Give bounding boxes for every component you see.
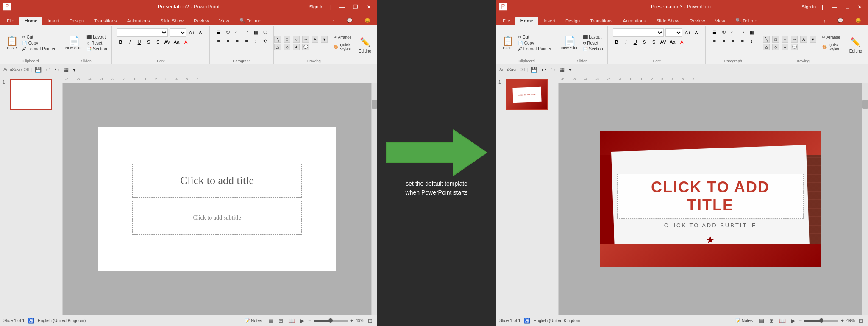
left-tab-review[interactable]: Review [189,17,214,25]
right-redo-button[interactable]: ↪ [549,66,556,74]
shape-star[interactable]: ★ [293,44,300,50]
left-fit-window-button[interactable]: ⊡ [367,317,374,324]
left-thumbnail-box-1[interactable]: — [10,79,52,110]
right-shape-triangle[interactable]: △ [763,44,770,50]
left-italic-button[interactable]: I [126,38,134,46]
left-tab-file[interactable]: File [2,17,19,25]
right-zoom-out-button[interactable]: − [799,318,802,324]
left-tab-animations[interactable]: Animations [122,17,155,25]
right-shape-line[interactable]: ╲ [763,36,770,43]
right-font-family-select[interactable] [613,28,664,37]
right-numbering-button[interactable]: ① [720,28,728,36]
left-font-family-select[interactable] [117,28,168,37]
right-linespacing-button[interactable]: ↕ [748,37,756,45]
left-charspacing-button[interactable]: AV [164,38,171,46]
right-copy-button[interactable]: 📄 Copy [516,40,553,46]
left-tab-design[interactable]: Design [64,17,89,25]
right-notes-button[interactable]: 📝 Notes [733,318,755,324]
left-minimize-button[interactable]: — [337,3,347,11]
right-tab-file[interactable]: File [498,17,515,25]
right-columns-button[interactable]: ▦ [748,28,756,36]
left-emoji-icon[interactable]: 😊 [359,16,376,25]
left-decrease-font-button[interactable]: A- [198,29,205,36]
right-reading-view-button[interactable]: 📖 [778,317,787,324]
right-indent-increase-button[interactable]: ⇒ [739,28,746,36]
left-arrange-button[interactable]: ⧉Arrange [332,33,353,41]
left-columns-button[interactable]: ▦ [252,28,260,36]
left-zoom-handle[interactable] [328,318,333,323]
left-indent-decrease-button[interactable]: ⇐ [234,28,241,36]
right-tab-view[interactable]: View [710,17,730,25]
right-shape-rhombus[interactable]: ◇ [772,44,779,50]
right-italic-button[interactable]: I [622,38,630,46]
right-underline-button[interactable]: U [632,38,639,46]
left-comments-icon[interactable]: 💬 [342,16,358,25]
left-format-painter-button[interactable]: 🖌 Format Painter [20,46,57,52]
left-scrollbar-thumb[interactable] [372,100,377,109]
right-reset-button[interactable]: ↺ Reset [581,40,605,46]
right-undo-button[interactable]: ↩ [540,66,548,74]
left-tab-insert[interactable]: Insert [42,17,64,25]
right-zoom-in-button[interactable]: + [841,318,844,324]
right-shape-callout[interactable]: 💬 [791,44,798,50]
shape-more[interactable]: ▼ [321,36,328,43]
right-increase-font-button[interactable]: A+ [684,29,692,36]
left-subtitle-placeholder[interactable]: Click to add subtitle [132,201,302,235]
shape-triangle[interactable]: △ [274,44,281,50]
right-shape-more[interactable]: ▼ [810,36,816,43]
right-scrollbar-vertical[interactable] [862,83,868,315]
right-indent-decrease-button[interactable]: ⇐ [729,28,737,36]
left-undo-button[interactable]: ↩ [45,66,52,74]
right-scrollbar-thumb[interactable] [862,100,868,109]
right-align-right-button[interactable]: ≡ [729,37,737,45]
right-emoji-icon[interactable]: 😊 [850,16,866,25]
right-changecase-button[interactable]: Aa [669,38,676,46]
left-numbering-button[interactable]: ① [224,28,232,36]
left-zoom-in-button[interactable]: + [350,318,353,324]
left-redo-button[interactable]: ↪ [53,66,61,74]
right-comments-icon[interactable]: 💬 [832,16,849,25]
shape-circle[interactable]: ○ [293,36,300,43]
left-underline-button[interactable]: U [136,38,143,46]
left-normal-view-button[interactable]: ▤ [267,317,275,324]
left-layout-button[interactable]: ⬛ Layout [85,34,108,40]
left-increase-font-button[interactable]: A+ [188,29,196,36]
shape-text[interactable]: A [312,36,318,43]
right-zoom-handle[interactable] [819,318,823,323]
left-zoom-out-button[interactable]: − [308,318,311,324]
right-layout-button[interactable]: ⬛ Layout [581,34,605,40]
right-cut-button[interactable]: ✂ Cut [516,34,553,40]
left-cut-button[interactable]: ✂ Cut [20,34,57,40]
right-shape-rect[interactable]: □ [772,36,779,43]
right-tab-insert[interactable]: Insert [538,17,560,25]
left-tab-home[interactable]: Home [19,17,43,25]
left-tab-view[interactable]: View [214,17,234,25]
right-charspacing-button[interactable]: AV [659,38,667,46]
right-tab-home[interactable]: Home [515,17,539,25]
right-close-button[interactable]: ✕ [855,3,865,11]
right-new-slide-button[interactable]: 📄 New Slide [559,35,580,51]
right-tab-slideshow[interactable]: Slide Show [651,17,684,25]
shape-rect[interactable]: □ [284,36,290,43]
left-accessibility-icon[interactable]: ♿ [28,318,34,324]
right-shape-text[interactable]: A [800,36,807,43]
right-align-left-button[interactable]: ≡ [711,37,718,45]
left-tab-slideshow[interactable]: Slide Show [155,17,189,25]
left-justify-button[interactable]: ≡ [243,37,250,45]
left-close-button[interactable]: ✕ [364,3,374,11]
shape-callout[interactable]: 💬 [302,44,309,50]
right-tab-transitions[interactable]: Transitions [585,17,618,25]
left-bold-button[interactable]: B [117,38,125,46]
left-tab-tellme[interactable]: 🔍 Tell me [234,16,267,25]
left-strikethrough-button[interactable]: S [145,38,153,46]
left-reset-button[interactable]: ↺ Reset [85,40,108,46]
left-reading-view-button[interactable]: 📖 [287,317,296,324]
right-arrange-button[interactable]: ⧉Arrange [821,33,842,41]
left-save-button[interactable]: 💾 [33,66,43,74]
right-shape-arrow[interactable]: → [791,36,798,43]
right-strikethrough-button[interactable]: S [641,38,648,46]
right-fit-window-button[interactable]: ⊡ [857,317,865,324]
right-restore-button[interactable]: □ [843,3,851,11]
right-section-button[interactable]: 📑 Section [581,46,605,52]
right-save-button[interactable]: 💾 [529,66,539,74]
